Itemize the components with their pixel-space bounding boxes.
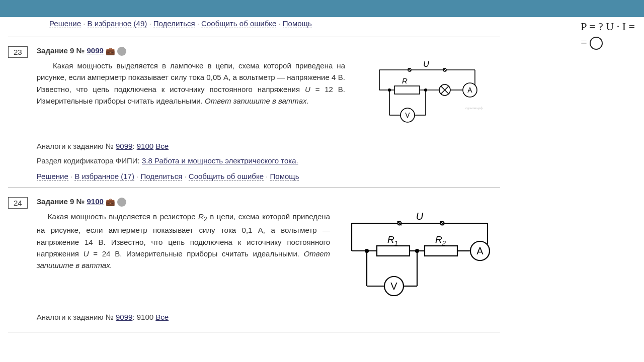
answer-instruction: Ответ запишите в ваттах. [205,97,309,105]
previous-task-actions-fragment: Решение · В избранное (49) · Поделиться … [8,17,500,37]
task-number-badge: 23 [8,46,28,58]
svg-point-24 [388,89,391,92]
body-part3: = 24 В. Измерительные приборы считать ид… [89,249,303,258]
circuit-diagram-23: U A R [354,60,500,130]
task-meta: Аналоги к заданию № 9099: 9100 Все [37,310,500,325]
analogs-label: Аналоги к заданию № [37,142,116,150]
task-title: Задание 9 № 9099 💼 [37,46,500,56]
svg-rect-38 [425,246,457,256]
annot-line1: P = ? U · I = [581,19,635,35]
favorite-link[interactable]: В избранное (17) [74,172,134,181]
report-error-link[interactable]: Сообщить об ошибке [201,19,276,28]
body-part1: Какая мощность выделяется в лампочке в ц… [37,61,345,94]
analogs-label: Аналоги к заданию № [37,313,116,321]
codifier-link[interactable]: 3.8 Работа и мощность электрического ток… [142,156,298,165]
top-header-bar [0,0,644,17]
svg-text:R2: R2 [435,234,446,247]
share-link[interactable]: Поделиться [140,172,182,181]
handwritten-annotation: P = ? U · I = = [581,19,635,50]
analog-link-1[interactable]: 9099 [116,142,132,150]
task-text: Какая мощность выделяется в лампочке в ц… [37,60,345,130]
analog-all-link[interactable]: Все [155,313,169,321]
svg-text:U: U [423,60,429,68]
analog-link-1[interactable]: 9099 [116,313,132,321]
svg-point-52 [416,249,419,252]
svg-point-25 [425,89,427,92]
svg-text:V: V [390,281,397,292]
codifier-label: Раздел кодификатора ФИПИ: [37,156,142,165]
task-23: 23 Задание 9 № 9099 💼 Какая мощность выд… [8,37,500,188]
circuit-diagram-24: U A R2 R [339,211,500,301]
annot-eq: = [581,36,587,48]
task-title: Задание 9 № 9100 💼 [37,197,500,207]
body-part1: Какая мощность выделяется в резисторе [48,212,198,221]
favorite-link[interactable]: В избранное (49) [88,19,147,28]
analog-link-2[interactable]: 9100 [137,142,153,150]
task-meta: Аналоги к заданию № 9099: 9100 Все Разде… [37,139,500,168]
task-id-link[interactable]: 9099 [87,46,103,55]
status-dot-icon[interactable] [117,198,126,207]
svg-text:R1: R1 [387,234,398,247]
svg-text:U: U [416,211,424,222]
task-actions: Решение · В избранное (17) · Поделиться … [37,172,500,180]
analog-all-link[interactable]: Все [155,142,169,150]
title-prefix: Задание 9 № [37,46,87,55]
svg-point-51 [365,249,368,252]
analog-sep: : 9100 [132,313,155,321]
task-text: Какая мощность выделяется в резисторе R2… [37,211,330,301]
analog-sep: : [132,142,136,150]
solution-link[interactable]: Решение [49,19,81,28]
status-dot-icon[interactable] [117,47,126,56]
svg-text:A: A [467,86,472,94]
u-symbol: U [84,249,89,258]
help-link[interactable]: Помощь [270,172,299,181]
svg-rect-41 [377,246,410,256]
r-symbol: R [198,212,204,221]
svg-text:сдамгиа.рф: сдамгиа.рф [465,106,482,110]
solution-link[interactable]: Решение [37,172,68,181]
u-symbol: U [305,85,310,94]
task-id-link[interactable]: 9100 [87,197,103,206]
task-24: 24 Задание 9 № 9100 💼 Какая мощность выд… [8,188,500,332]
svg-line-36 [487,243,488,244]
annot-circle-icon [590,37,603,50]
svg-text:V: V [405,111,410,119]
task-number-badge: 24 [8,197,28,209]
briefcase-icon[interactable]: 💼 [106,47,115,55]
r-sub: 2 [204,216,207,223]
svg-rect-14 [394,86,420,94]
title-prefix: Задание 9 № [37,197,87,206]
report-error-link[interactable]: Сообщить об ошибке [189,172,264,181]
svg-text:R: R [402,76,408,85]
svg-text:A: A [476,245,484,256]
share-link[interactable]: Поделиться [153,19,195,28]
briefcase-icon[interactable]: 💼 [106,198,115,206]
help-link[interactable]: Помощь [283,19,312,28]
